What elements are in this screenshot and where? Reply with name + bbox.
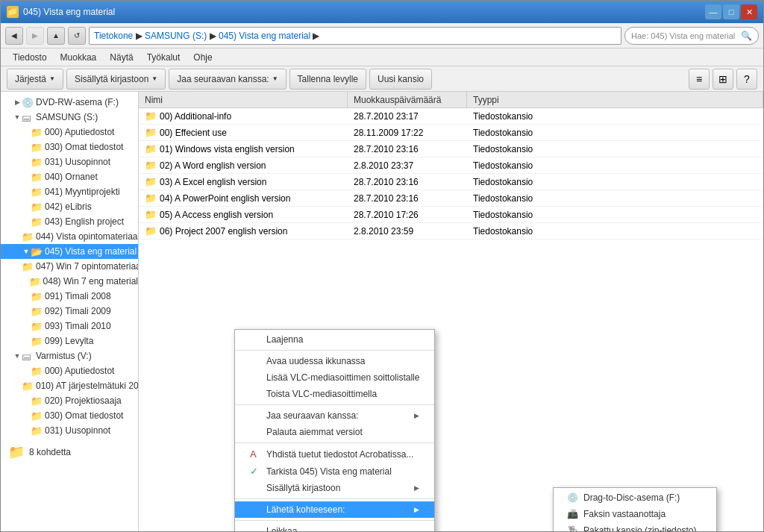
sidebar-item-v031[interactable]: 📁 031) Uusopinnot (1, 423, 138, 438)
sidebar-item-040[interactable]: 📁 040) Ornanet (1, 169, 138, 184)
refresh-button[interactable]: ↺ (68, 27, 86, 45)
sidebar-label-091: 091) Timali 2008 (45, 291, 111, 301)
up-button[interactable]: ▲ (47, 27, 65, 45)
sidebar-item-044[interactable]: 📁 044) Vista opintomateriaalit (1, 229, 138, 244)
col-header-name[interactable]: Nimi (139, 92, 348, 107)
sidebar-label-000apu: 000) Aputiedostot (45, 127, 114, 137)
sidebar-item-v000[interactable]: 📁 000) Aputiedostot (1, 363, 138, 378)
expander-099 (22, 337, 31, 345)
table-row[interactable]: 📁01) Windows vista english version 28.7.… (139, 141, 763, 157)
sidebar-item-v030[interactable]: 📁 030) Omat tiedostot (1, 408, 138, 423)
file-date-3: 28.7.2010 23:16 (348, 143, 467, 156)
sidebar-item-048[interactable]: 📁 048) Win 7 eng material (1, 274, 138, 289)
sidebar-item-samsung[interactable]: ▼ 🖴 SAMSUNG (S:) (1, 110, 138, 125)
expander-048 (22, 277, 29, 286)
minimize-button[interactable]: — (705, 4, 721, 19)
share-button[interactable]: Jaa seuraavan kanssa: ▼ (169, 69, 286, 90)
table-row[interactable]: 📁02) A Word english version 2.8.2010 23:… (139, 157, 763, 174)
back-button[interactable]: ◀ (5, 27, 23, 45)
sidebar-item-091[interactable]: 📁 091) Timali 2008 (1, 289, 138, 304)
table-row[interactable]: 📁06) Project 2007 english version 2.8.20… (139, 223, 763, 240)
sidebar-item-030[interactable]: 📁 030) Omat tiedostot (1, 140, 138, 154)
ctx-laajenna-label: Laajenna (266, 334, 303, 345)
save-disk-button[interactable]: Tallenna levylle (289, 69, 366, 90)
ctx-palauta[interactable]: Palauta aiemmat versiot (235, 424, 434, 440)
sendto-dragdisc-label: Drag-to-Disc-asema (F:) (583, 492, 680, 503)
ctx-vlc-add[interactable]: Lisää VLC-mediasoittimen soittolistalle (235, 369, 434, 386)
sidebar-item-042[interactable]: 📁 042) eLibris (1, 199, 138, 214)
table-row[interactable]: 📁03) A Excel english version 28.7.2010 2… (139, 174, 763, 190)
sidebar-item-092[interactable]: 📁 092) Timali 2009 (1, 304, 138, 319)
sidebar-item-047[interactable]: 📁 047) Win 7 opintomateriaalit (1, 259, 138, 274)
sidebar-item-v010[interactable]: 📁 010) AT järjestelmätuki 2003 (1, 378, 138, 393)
ctx-vlc-play[interactable]: Toista VLC-mediasoittimella (235, 386, 434, 402)
ctx-sisallyta[interactable]: Sisällytä kirjastoon ▶ (235, 480, 434, 496)
sidebar-item-000apu[interactable]: 📁 000) Aputiedostot (1, 125, 138, 140)
menu-muokkaa[interactable]: Muokkaa (54, 51, 103, 64)
sidebar-item-v020[interactable]: 📁 020) Projektiosaaja (1, 393, 138, 408)
table-row[interactable]: 📁00) Additional-info 28.7.2010 23:17 Tie… (139, 108, 763, 125)
sendto-fax[interactable]: 📠 Faksin vastaanottaja (554, 506, 716, 522)
file-list: Nimi Muokkauspäivämäärä Tyyppi 📁00) Addi… (139, 92, 763, 531)
search-icon[interactable]: 🔍 (741, 31, 752, 41)
file-name-1: 00) Additional-info (160, 111, 231, 122)
file-type-1: Tiedostokansio (467, 110, 763, 123)
menu-tiedosto[interactable]: Tiedosto (7, 51, 53, 64)
title-bar: 📁 045) Vista eng material — □ ✕ (1, 1, 763, 23)
ctx-tarkista[interactable]: ✓ Tarkista 045) Vista eng material (235, 463, 434, 480)
expander-045: ▼ (22, 247, 31, 256)
file-type-6: Tiedostokansio (467, 192, 763, 205)
view-list-button[interactable]: ≡ (689, 69, 710, 90)
menu-ohje[interactable]: Ohje (187, 51, 218, 64)
folder-icon-v010: 📁 (22, 381, 34, 391)
view-grid-button[interactable]: ⊞ (713, 69, 733, 90)
menu-nayta[interactable]: Näytä (104, 51, 139, 64)
close-button[interactable]: ✕ (741, 4, 757, 19)
expander-041 (22, 187, 31, 196)
sidebar-item-043[interactable]: 📁 043) English project (1, 214, 138, 229)
col-header-date[interactable]: Muokkauspäivämäärä (348, 92, 467, 107)
menu-tyokalut[interactable]: Työkalut (141, 51, 187, 64)
sidebar-item-099[interactable]: 📁 099) Levylta (1, 334, 138, 348)
folder-icon-row6: 📁 (145, 193, 157, 204)
ctx-sisallyta-arrow: ▶ (414, 484, 419, 492)
folder-icon-048: 📁 (29, 276, 41, 287)
maximize-button[interactable]: □ (723, 4, 739, 19)
sendto-zip[interactable]: 🗜 Pakattu kansio (zip-tiedosto) (554, 522, 716, 531)
ctx-leikkaa[interactable]: Leikkaa (235, 523, 434, 531)
ctx-acrobat[interactable]: A Yhdistä tuetut tiedostot Acrobatissa..… (235, 445, 434, 463)
search-bar[interactable]: Hae: 045) Vista eng material 🔍 (624, 27, 759, 45)
sidebar-item-041[interactable]: 📁 041) Myyntiprojekti (1, 184, 138, 199)
sidebar-item-dvdrw[interactable]: ▶ 💿 DVD-RW-asema (F:) (1, 95, 138, 110)
folder-icon-v031: 📁 (31, 425, 43, 436)
include-library-button[interactable]: Sisällytä kirjastoon ▼ (66, 69, 166, 90)
breadcrumb-computer[interactable]: Tietokone (94, 31, 133, 41)
sidebar-label-092: 092) Timali 2009 (45, 306, 111, 316)
new-folder-button[interactable]: Uusi kansio (369, 69, 432, 90)
file-name-7: 05) A Access english version (160, 210, 273, 220)
help-button[interactable]: ? (736, 69, 757, 90)
sidebar-label-093: 093) Timali 2010 (45, 321, 111, 331)
table-row[interactable]: 📁05) A Access english version 28.7.2010 … (139, 207, 763, 223)
sidebar-item-093[interactable]: 📁 093) Timali 2010 (1, 319, 138, 334)
ctx-laheta[interactable]: Lähetä kohteeseen: ▶ (235, 501, 434, 518)
main-content: ▶ 💿 DVD-RW-asema (F:) ▼ 🖴 SAMSUNG (S:) 📁… (1, 92, 763, 531)
sidebar-item-varmistus[interactable]: ▼ 🖴 Varmistus (V:) (1, 348, 138, 363)
window-icon: 📁 (7, 6, 19, 18)
forward-button[interactable]: ▶ (26, 27, 44, 45)
table-row[interactable]: 📁00) Effecient use 28.11.2009 17:22 Tied… (139, 125, 763, 141)
arrange-button[interactable]: Järjestä ▼ (7, 69, 63, 90)
sidebar-item-031[interactable]: 📁 031) Uusopinnot (1, 154, 138, 169)
sendto-dragdisc[interactable]: 💿 Drag-to-Disc-asema (F:) (554, 489, 716, 506)
breadcrumb-folder[interactable]: 045) Vista eng material (219, 31, 310, 41)
col-header-type[interactable]: Tyyppi (467, 92, 763, 107)
expander-dvdrw: ▶ (13, 98, 22, 107)
ctx-avaa[interactable]: Avaa uudessa ikkunassa (235, 353, 434, 369)
ctx-jaa[interactable]: Jaa seuraavan kanssa: ▶ (235, 407, 434, 424)
breadcrumb[interactable]: Tietokone ▶ SAMSUNG (S:) ▶ 045) Vista en… (89, 27, 621, 45)
sidebar-item-045[interactable]: ▼ 📂 045) Vista eng material (1, 244, 138, 259)
ctx-acrobat-icon: A (250, 448, 263, 460)
ctx-laajenna[interactable]: Laajenna (235, 331, 434, 348)
breadcrumb-drive[interactable]: SAMSUNG (S:) (145, 31, 207, 41)
table-row[interactable]: 📁04) A PowerPoint english version 28.7.2… (139, 190, 763, 207)
